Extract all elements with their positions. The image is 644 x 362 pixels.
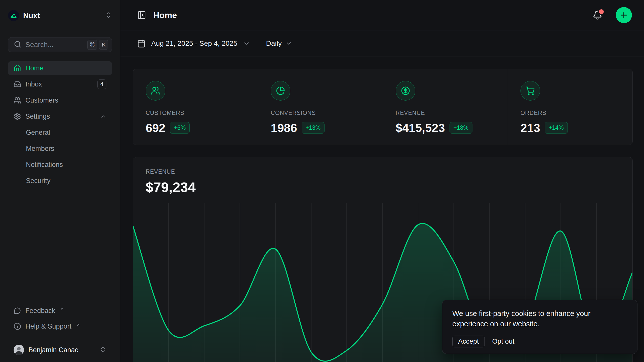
- stat-revenue[interactable]: REVENUE $415,523 +18%: [383, 69, 508, 145]
- stat-orders[interactable]: ORDERS 213 +14%: [508, 69, 632, 145]
- date-range-value: Aug 21, 2025 - Sep 4, 2025: [151, 39, 237, 48]
- sidebar-subitem-members[interactable]: Members: [18, 142, 112, 155]
- top-header: Home: [120, 0, 644, 30]
- kbd-k: K: [99, 40, 108, 50]
- notifications-button[interactable]: [593, 10, 602, 20]
- sidebar-subitem-notifications[interactable]: Notifications: [18, 158, 112, 171]
- opt-out-button[interactable]: Opt out: [492, 338, 515, 345]
- sidebar: Nuxt Search... ⌘ K Home: [0, 0, 120, 362]
- calendar-icon: [137, 39, 146, 48]
- chevron-down-icon: [285, 40, 292, 47]
- sidebar-item-label: Customers: [25, 97, 58, 104]
- user-menu[interactable]: Benjamin Canac: [8, 338, 112, 362]
- sidebar-footer: Feedback Help & Support: [0, 304, 120, 362]
- nuxt-logo-icon: [8, 10, 19, 21]
- search-icon: [14, 40, 21, 49]
- stat-customers[interactable]: CUSTOMERS 692 +6%: [133, 69, 258, 145]
- sidebar-item-label: Settings: [25, 113, 50, 120]
- sidebar-item-inbox[interactable]: Inbox 4: [8, 77, 112, 91]
- sidebar-nav: Home Inbox 4 Customers Setting: [8, 61, 112, 190]
- sidebar-subitem-general[interactable]: General: [18, 126, 112, 139]
- message-bubble-icon: [14, 307, 21, 314]
- settings-subnav: General Members Notifications Security: [8, 126, 112, 188]
- dashboard-screen: Nuxt Search... ⌘ K Home: [0, 0, 644, 362]
- sidebar-item-label: Home: [25, 64, 44, 72]
- stat-delta-badge: +6%: [170, 122, 190, 134]
- add-button[interactable]: [616, 7, 632, 23]
- stat-delta-badge: +18%: [450, 122, 472, 134]
- inbox-count-badge: 4: [97, 79, 106, 89]
- workspace-switcher[interactable]: Nuxt: [8, 6, 112, 26]
- pie-chart-icon: [271, 81, 290, 101]
- user-name: Benjamin Canac: [28, 346, 95, 354]
- feedback-label: Feedback: [25, 307, 55, 315]
- chevrons-up-down-icon: [105, 12, 112, 20]
- sidebar-item-home[interactable]: Home: [8, 61, 112, 75]
- filter-bar: Aug 21, 2025 - Sep 4, 2025 Daily: [120, 30, 644, 57]
- help-support-link[interactable]: Help & Support: [8, 320, 112, 333]
- date-range-picker[interactable]: Aug 21, 2025 - Sep 4, 2025: [137, 39, 250, 48]
- gear-icon: [14, 113, 21, 120]
- sidebar-item-customers[interactable]: Customers: [8, 94, 112, 107]
- feedback-link[interactable]: Feedback: [8, 304, 112, 318]
- granularity-select[interactable]: Daily: [266, 39, 292, 48]
- panel-left-close-icon[interactable]: [137, 11, 146, 20]
- chevron-up-icon: [100, 113, 106, 120]
- granularity-value: Daily: [266, 39, 282, 48]
- kbd-cmd: ⌘: [87, 40, 97, 50]
- sidebar-item-settings[interactable]: Settings: [8, 110, 112, 123]
- page-title: Home: [153, 10, 586, 20]
- stat-value: 213: [520, 121, 540, 135]
- stat-label: REVENUE: [396, 110, 508, 116]
- workspace-name: Nuxt: [23, 11, 101, 20]
- stat-conversions[interactable]: CONVERSIONS 1986 +13%: [258, 69, 383, 145]
- dollar-circle-icon: [396, 81, 415, 101]
- sidebar-item-label: Inbox: [25, 80, 42, 88]
- chevrons-up-down-icon: [99, 346, 106, 354]
- sidebar-subitem-security[interactable]: Security: [18, 174, 112, 188]
- stat-value: 692: [146, 121, 165, 135]
- cookie-banner: We use first-party cookies to enhance yo…: [442, 300, 637, 354]
- search-placeholder: Search...: [25, 41, 83, 49]
- users-icon: [14, 97, 21, 104]
- external-link-icon: [60, 305, 64, 313]
- stat-label: CONVERSIONS: [271, 110, 383, 116]
- external-link-icon: [76, 321, 80, 329]
- info-circle-icon: [14, 323, 21, 330]
- revenue-label: REVENUE: [146, 168, 632, 175]
- stat-label: ORDERS: [520, 110, 632, 116]
- stat-value: 1986: [271, 121, 297, 135]
- avatar: [14, 345, 24, 355]
- notification-dot: [599, 9, 604, 14]
- inbox-icon: [14, 80, 21, 88]
- stat-label: CUSTOMERS: [146, 110, 258, 116]
- search-shortcut: ⌘ K: [87, 40, 108, 50]
- cart-icon: [520, 81, 540, 101]
- stat-delta-badge: +14%: [545, 122, 568, 134]
- stats-card: CUSTOMERS 692 +6% CONVERSIONS 1986 +13%: [133, 69, 633, 145]
- stat-value: $415,523: [396, 121, 445, 135]
- accept-button[interactable]: Accept: [452, 336, 485, 347]
- help-support-label: Help & Support: [25, 323, 71, 330]
- users-icon: [146, 81, 165, 101]
- stat-delta-badge: +13%: [302, 122, 325, 134]
- home-icon: [14, 64, 21, 72]
- search-input[interactable]: Search... ⌘ K: [8, 37, 112, 52]
- chevron-down-icon: [243, 40, 250, 47]
- cookie-message: We use first-party cookies to enhance yo…: [452, 308, 627, 329]
- revenue-value: $79,234: [146, 179, 632, 195]
